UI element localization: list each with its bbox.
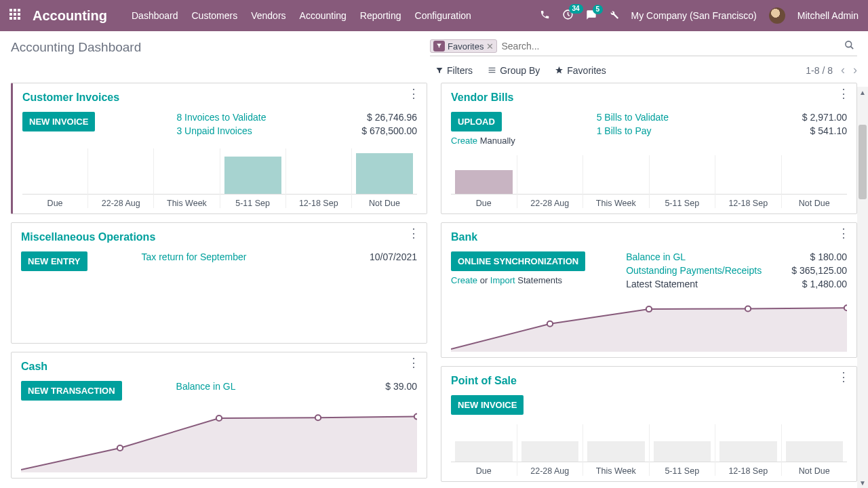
pos-new-invoice-button[interactable]: NEW INVOICE bbox=[451, 395, 524, 415]
tax-return-date: 10/07/2021 bbox=[370, 251, 417, 262]
clock-badge: 34 bbox=[569, 4, 583, 14]
new-entry-button[interactable]: NEW ENTRY bbox=[21, 251, 87, 271]
svg-point-11 bbox=[117, 445, 123, 451]
filter-row: Filters Group By Favorites 1-8 / 8 ‹ › bbox=[0, 60, 868, 83]
search-input[interactable] bbox=[497, 38, 842, 54]
message-icon[interactable]: 5 bbox=[586, 9, 597, 22]
kebab-icon[interactable]: ⋮ bbox=[837, 90, 850, 97]
bank-latest-stmt-amount: $ 1,480.00 bbox=[791, 279, 847, 289]
card-title[interactable]: Bank bbox=[451, 231, 847, 243]
svg-rect-0 bbox=[9, 9, 12, 12]
customer-invoices-chart: Due22-28 AugThis Week5-11 Sep12-18 SepNo… bbox=[22, 148, 417, 208]
filters-button[interactable]: Filters bbox=[435, 65, 473, 76]
search-bar: Favorites ✕ bbox=[430, 38, 857, 56]
brand[interactable]: Accounting bbox=[33, 8, 107, 24]
cash-balance-link[interactable]: Balance in GL bbox=[176, 381, 386, 392]
kebab-icon[interactable]: ⋮ bbox=[408, 359, 420, 366]
kebab-icon[interactable]: ⋮ bbox=[408, 90, 420, 97]
svg-point-17 bbox=[745, 306, 751, 311]
top-nav: Accounting Dashboard Customers Vendors A… bbox=[0, 0, 868, 31]
bank-balance-amount: $ 180.00 bbox=[791, 251, 847, 262]
card-title[interactable]: Cash bbox=[21, 361, 417, 373]
wrench-icon[interactable] bbox=[609, 9, 619, 22]
avatar[interactable] bbox=[769, 7, 785, 24]
apps-icon[interactable] bbox=[9, 9, 20, 23]
card-title[interactable]: Customer Invoices bbox=[22, 92, 417, 104]
user-menu[interactable]: Mitchell Admin bbox=[797, 10, 859, 21]
pager-next[interactable]: › bbox=[853, 63, 857, 77]
scroll-down-icon[interactable]: ▼ bbox=[857, 477, 868, 488]
groupby-button[interactable]: Group By bbox=[488, 65, 540, 76]
pager-prev[interactable]: ‹ bbox=[841, 63, 845, 77]
bank-chart bbox=[451, 303, 847, 352]
bills-to-validate-link[interactable]: 5 Bills to Validate bbox=[597, 112, 802, 123]
invoices-to-validate-amount: $ 26,746.96 bbox=[361, 112, 417, 123]
svg-rect-7 bbox=[14, 17, 16, 20]
nav-right: 34 5 My Company (San Francisco) Mitchell… bbox=[540, 7, 859, 24]
col-left: Customer Invoices ⋮ NEW INVOICE 8 Invoic… bbox=[11, 83, 427, 479]
new-invoice-button[interactable]: NEW INVOICE bbox=[22, 112, 95, 131]
kebab-icon[interactable]: ⋮ bbox=[837, 373, 850, 380]
bills-to-validate-amount: $ 2,971.00 bbox=[802, 112, 847, 123]
bank-outstanding-amount: $ 365,125.00 bbox=[791, 265, 847, 276]
create-import-statements: Create or Import Statements bbox=[451, 275, 585, 285]
svg-rect-6 bbox=[9, 17, 12, 20]
nav-menu: Dashboard Customers Vendors Accounting R… bbox=[132, 10, 471, 21]
col-right: Vendor Bills ⋮ UPLOAD Create Manually 5 … bbox=[441, 83, 857, 479]
phone-icon[interactable] bbox=[540, 9, 550, 22]
card-point-of-sale: Point of Sale ⋮ NEW INVOICE Due22-28 Aug… bbox=[441, 366, 857, 482]
scroll-up-icon[interactable]: ▲ bbox=[857, 87, 868, 98]
page-title: Accounting Dashboard bbox=[11, 40, 141, 55]
card-title[interactable]: Vendor Bills bbox=[451, 92, 847, 104]
upload-button[interactable]: UPLOAD bbox=[451, 112, 502, 131]
online-sync-button[interactable]: ONLINE SYNCHRONIZATION bbox=[451, 251, 585, 271]
bank-balance-link[interactable]: Balance in GL bbox=[626, 251, 791, 262]
invoices-to-validate-link[interactable]: 8 Invoices to Validate bbox=[176, 112, 361, 123]
svg-point-10 bbox=[846, 41, 852, 47]
bills-to-pay-amount: $ 541.10 bbox=[802, 125, 847, 136]
svg-rect-4 bbox=[14, 13, 16, 16]
new-transaction-button[interactable]: NEW TRANSACTION bbox=[21, 381, 122, 401]
svg-point-12 bbox=[216, 415, 222, 421]
card-bank: Bank ⋮ ONLINE SYNCHRONIZATION Create or … bbox=[441, 222, 857, 358]
unpaid-invoices-link[interactable]: 3 Unpaid Invoices bbox=[176, 125, 361, 136]
card-title[interactable]: Point of Sale bbox=[451, 375, 847, 387]
favorites-tag[interactable]: Favorites ✕ bbox=[430, 39, 497, 53]
tax-return-link[interactable]: Tax return for September bbox=[142, 251, 370, 262]
close-icon[interactable]: ✕ bbox=[486, 41, 494, 52]
favorites-button[interactable]: Favorites bbox=[555, 65, 606, 76]
nav-configuration[interactable]: Configuration bbox=[415, 10, 471, 21]
clock-icon[interactable]: 34 bbox=[562, 9, 574, 22]
bills-to-pay-link[interactable]: 1 Bills to Pay bbox=[597, 125, 802, 136]
bank-create-link[interactable]: Create bbox=[451, 275, 477, 285]
filter-icon bbox=[433, 41, 445, 52]
nav-customers[interactable]: Customers bbox=[192, 10, 238, 21]
content: Customer Invoices ⋮ NEW INVOICE 8 Invoic… bbox=[0, 83, 868, 488]
cash-balance-amount: $ 39.00 bbox=[385, 381, 417, 392]
bank-outstanding-link[interactable]: Outstanding Payments/Receipts bbox=[626, 265, 791, 276]
create-manually-link[interactable]: Create Manually bbox=[451, 136, 515, 146]
subheader: Accounting Dashboard Favorites ✕ bbox=[0, 31, 868, 60]
svg-point-16 bbox=[646, 306, 652, 312]
svg-rect-8 bbox=[18, 17, 20, 20]
card-misc-operations: Miscellaneous Operations ⋮ NEW ENTRY Tax… bbox=[11, 222, 427, 344]
svg-rect-5 bbox=[18, 13, 20, 16]
kebab-icon[interactable]: ⋮ bbox=[408, 230, 420, 237]
bank-latest-stmt-label: Latest Statement bbox=[626, 279, 791, 289]
scrollbar[interactable]: ▲ ▼ bbox=[857, 87, 868, 488]
card-vendor-bills: Vendor Bills ⋮ UPLOAD Create Manually 5 … bbox=[441, 83, 857, 214]
search-icon[interactable] bbox=[842, 40, 857, 52]
nav-reporting[interactable]: Reporting bbox=[360, 10, 401, 21]
pos-chart: Due22-28 AugThis Week5-11 Sep12-18 SepNo… bbox=[451, 424, 847, 476]
company-switcher[interactable]: My Company (San Francisco) bbox=[631, 10, 757, 21]
card-title[interactable]: Miscellaneous Operations bbox=[21, 231, 417, 243]
kebab-icon[interactable]: ⋮ bbox=[837, 230, 850, 237]
unpaid-invoices-amount: $ 678,500.00 bbox=[361, 125, 417, 136]
nav-vendors[interactable]: Vendors bbox=[251, 10, 285, 21]
nav-dashboard[interactable]: Dashboard bbox=[132, 10, 178, 21]
bank-import-link[interactable]: Import bbox=[490, 275, 515, 285]
nav-accounting[interactable]: Accounting bbox=[300, 10, 347, 21]
scroll-thumb[interactable] bbox=[859, 125, 867, 199]
svg-point-18 bbox=[844, 305, 847, 310]
svg-rect-3 bbox=[9, 13, 12, 16]
